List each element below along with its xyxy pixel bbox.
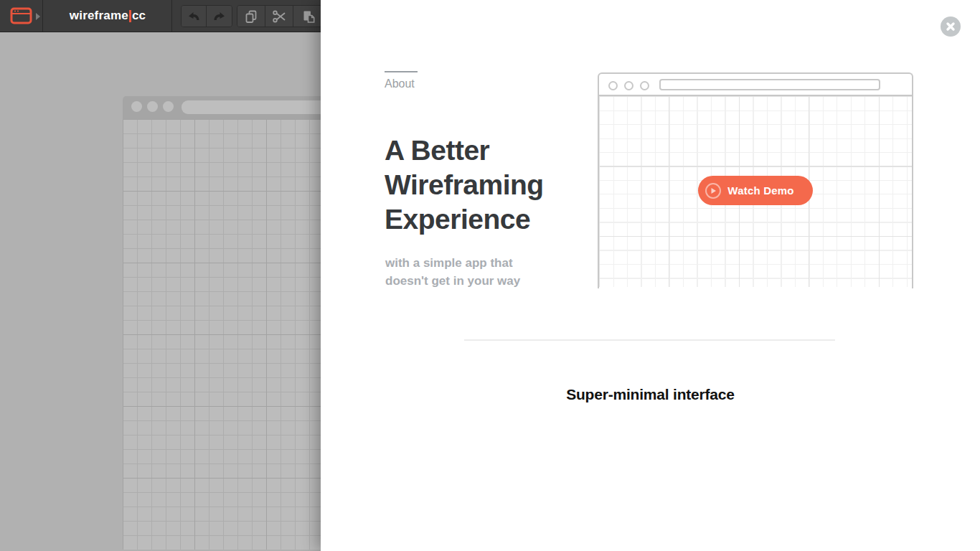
window-dot-icon [131,101,142,112]
clipboard-button-group [237,5,322,27]
app-root: wireframecc [0,0,980,551]
feature-title: Super-minimal interface [321,386,980,403]
window-dot-icon [163,101,174,112]
play-icon [705,182,722,199]
app-logo-button[interactable] [0,0,43,32]
cut-icon [271,9,287,24]
hero-heading: A Better Wireframing Experience [385,133,600,237]
hero-heading-line: Experience [385,204,530,235]
window-dot-icon [624,81,633,90]
window-dot-icon [640,81,649,90]
caret-right-icon [36,13,40,20]
section-divider [464,339,835,341]
app-title-left: wireframe [70,9,128,23]
copy-button[interactable] [237,6,265,27]
about-overlay: About A Better Wireframing Experience wi… [321,0,980,551]
redo-icon [212,9,227,24]
undo-button[interactable] [182,6,207,27]
watch-demo-button[interactable]: Watch Demo [698,176,813,205]
mockup-address-bar [659,79,880,90]
text-cursor-bar [129,10,131,22]
watch-demo-label: Watch Demo [722,184,800,197]
hero-subtitle: with a simple app that doesn't get in yo… [385,254,520,290]
cut-button[interactable] [265,6,293,27]
copy-icon [243,9,259,24]
hero-subtitle-line: doesn't get in your way [385,274,520,288]
undo-icon [186,9,202,24]
app-title-right: cc [132,9,146,23]
about-section-header: About [385,71,418,90]
app-title: wireframecc [44,0,172,32]
browser-window-logo-icon [9,6,34,26]
hero-subtitle-line: with a simple app that [385,256,513,270]
hero-heading-line: Wireframing [385,169,544,200]
about-label: About [385,77,418,90]
mockup-browser-chrome [599,74,912,96]
paste-icon [300,9,316,24]
close-button[interactable] [941,17,961,37]
paste-button[interactable] [293,6,321,27]
window-dot-icon [608,81,618,90]
about-rule [385,71,418,72]
history-button-group [181,5,232,27]
redo-button[interactable] [207,6,232,27]
window-dot-icon [147,101,158,112]
close-icon [946,22,956,32]
hero-heading-line: A Better [385,135,489,166]
